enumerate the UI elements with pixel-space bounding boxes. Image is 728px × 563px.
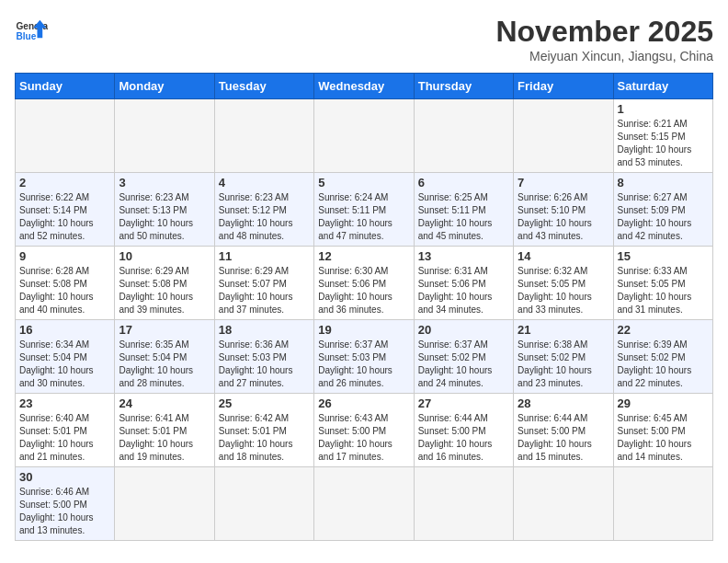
day-info: Sunrise: 6:29 AM Sunset: 5:07 PM Dayligh… [219, 265, 310, 316]
day-info: Sunrise: 6:31 AM Sunset: 5:06 PM Dayligh… [418, 265, 509, 316]
day-info: Sunrise: 6:37 AM Sunset: 5:02 PM Dayligh… [418, 339, 509, 390]
day-info: Sunrise: 6:45 AM Sunset: 5:00 PM Dayligh… [618, 412, 709, 464]
calendar-day-cell [514, 467, 613, 541]
calendar-day-cell: 23Sunrise: 6:40 AM Sunset: 5:01 PM Dayli… [16, 394, 115, 467]
calendar-day-cell: 26Sunrise: 6:43 AM Sunset: 5:00 PM Dayli… [314, 394, 414, 467]
day-info: Sunrise: 6:38 AM Sunset: 5:02 PM Dayligh… [518, 339, 609, 390]
day-info: Sunrise: 6:36 AM Sunset: 5:03 PM Dayligh… [219, 339, 310, 390]
calendar-day-cell: 5Sunrise: 6:24 AM Sunset: 5:11 PM Daylig… [314, 173, 414, 247]
calendar-week-row: 2Sunrise: 6:22 AM Sunset: 5:14 PM Daylig… [16, 173, 713, 247]
day-info: Sunrise: 6:44 AM Sunset: 5:00 PM Dayligh… [518, 412, 609, 464]
calendar-day-cell: 22Sunrise: 6:39 AM Sunset: 5:02 PM Dayli… [613, 320, 712, 394]
calendar-day-cell: 20Sunrise: 6:37 AM Sunset: 5:02 PM Dayli… [414, 320, 513, 394]
calendar-day-cell: 8Sunrise: 6:27 AM Sunset: 5:09 PM Daylig… [613, 173, 712, 247]
calendar-day-cell: 18Sunrise: 6:36 AM Sunset: 5:03 PM Dayli… [214, 320, 313, 394]
day-number: 6 [418, 176, 509, 190]
calendar-week-row: 30Sunrise: 6:46 AM Sunset: 5:00 PM Dayli… [16, 467, 713, 541]
location-subtitle: Meiyuan Xincun, Jiangsu, China [495, 49, 713, 63]
day-number: 5 [318, 176, 409, 190]
day-number: 23 [19, 396, 110, 410]
day-number: 4 [219, 176, 310, 190]
day-number: 17 [119, 323, 210, 337]
day-number: 11 [219, 249, 310, 263]
calendar-header-thursday: Thursday [414, 74, 513, 99]
calendar-day-cell: 3Sunrise: 6:23 AM Sunset: 5:13 PM Daylig… [115, 173, 214, 247]
day-number: 22 [618, 323, 709, 337]
calendar-day-cell: 13Sunrise: 6:31 AM Sunset: 5:06 PM Dayli… [414, 247, 513, 320]
calendar-day-cell: 16Sunrise: 6:34 AM Sunset: 5:04 PM Dayli… [16, 320, 115, 394]
calendar-day-cell: 28Sunrise: 6:44 AM Sunset: 5:00 PM Dayli… [514, 394, 613, 467]
day-number: 1 [618, 102, 709, 116]
day-number: 25 [219, 396, 310, 410]
calendar-day-cell: 27Sunrise: 6:44 AM Sunset: 5:00 PM Dayli… [414, 394, 513, 467]
calendar-day-cell: 19Sunrise: 6:37 AM Sunset: 5:03 PM Dayli… [314, 320, 414, 394]
logo: General Blue [15, 15, 48, 48]
day-number: 7 [518, 176, 609, 190]
calendar-day-cell: 29Sunrise: 6:45 AM Sunset: 5:00 PM Dayli… [613, 394, 712, 467]
calendar-day-cell: 4Sunrise: 6:23 AM Sunset: 5:12 PM Daylig… [214, 173, 313, 247]
day-info: Sunrise: 6:24 AM Sunset: 5:11 PM Dayligh… [318, 191, 409, 243]
calendar-day-cell [314, 99, 414, 173]
calendar-day-cell: 11Sunrise: 6:29 AM Sunset: 5:07 PM Dayli… [214, 247, 313, 320]
calendar-day-cell [514, 99, 613, 173]
calendar-day-cell: 7Sunrise: 6:26 AM Sunset: 5:10 PM Daylig… [514, 173, 613, 247]
day-info: Sunrise: 6:23 AM Sunset: 5:13 PM Dayligh… [119, 191, 210, 243]
calendar-table: SundayMondayTuesdayWednesdayThursdayFrid… [15, 73, 713, 541]
calendar-day-cell: 24Sunrise: 6:41 AM Sunset: 5:01 PM Dayli… [115, 394, 214, 467]
calendar-day-cell: 1Sunrise: 6:21 AM Sunset: 5:15 PM Daylig… [613, 99, 712, 173]
day-info: Sunrise: 6:22 AM Sunset: 5:14 PM Dayligh… [19, 191, 110, 243]
day-number: 3 [119, 176, 210, 190]
calendar-week-row: 23Sunrise: 6:40 AM Sunset: 5:01 PM Dayli… [16, 394, 713, 467]
calendar-day-cell: 15Sunrise: 6:33 AM Sunset: 5:05 PM Dayli… [613, 247, 712, 320]
calendar-header-sunday: Sunday [16, 74, 115, 99]
calendar-week-row: 9Sunrise: 6:28 AM Sunset: 5:08 PM Daylig… [16, 247, 713, 320]
calendar-day-cell [613, 467, 712, 541]
day-number: 13 [418, 249, 509, 263]
day-number: 16 [19, 323, 110, 337]
svg-text:Blue: Blue [16, 31, 36, 41]
day-number: 12 [318, 249, 409, 263]
calendar-day-cell: 25Sunrise: 6:42 AM Sunset: 5:01 PM Dayli… [214, 394, 313, 467]
day-info: Sunrise: 6:44 AM Sunset: 5:00 PM Dayligh… [418, 412, 509, 464]
day-info: Sunrise: 6:21 AM Sunset: 5:15 PM Dayligh… [618, 118, 709, 169]
calendar-header-row: SundayMondayTuesdayWednesdayThursdayFrid… [16, 74, 713, 99]
day-number: 26 [318, 396, 409, 410]
day-info: Sunrise: 6:42 AM Sunset: 5:01 PM Dayligh… [219, 412, 310, 464]
calendar-header-friday: Friday [514, 74, 613, 99]
calendar-day-cell: 2Sunrise: 6:22 AM Sunset: 5:14 PM Daylig… [16, 173, 115, 247]
day-number: 10 [119, 249, 210, 263]
calendar-day-cell: 10Sunrise: 6:29 AM Sunset: 5:08 PM Dayli… [115, 247, 214, 320]
day-number: 21 [518, 323, 609, 337]
day-info: Sunrise: 6:26 AM Sunset: 5:10 PM Dayligh… [518, 191, 609, 243]
day-info: Sunrise: 6:40 AM Sunset: 5:01 PM Dayligh… [19, 412, 110, 464]
day-number: 29 [618, 396, 709, 410]
calendar-day-cell [414, 99, 513, 173]
day-number: 18 [219, 323, 310, 337]
calendar-day-cell [414, 467, 513, 541]
day-info: Sunrise: 6:28 AM Sunset: 5:08 PM Dayligh… [19, 265, 110, 316]
calendar-day-cell [16, 99, 115, 173]
day-info: Sunrise: 6:41 AM Sunset: 5:01 PM Dayligh… [119, 412, 210, 464]
calendar-day-cell [214, 99, 313, 173]
calendar-day-cell: 30Sunrise: 6:46 AM Sunset: 5:00 PM Dayli… [16, 467, 115, 541]
day-number: 8 [618, 176, 709, 190]
page-header: General Blue November 2025 Meiyuan Xincu… [15, 15, 713, 63]
day-info: Sunrise: 6:37 AM Sunset: 5:03 PM Dayligh… [318, 339, 409, 390]
day-number: 9 [19, 249, 110, 263]
day-number: 30 [19, 470, 110, 484]
day-number: 14 [518, 249, 609, 263]
calendar-day-cell [214, 467, 313, 541]
day-number: 20 [418, 323, 509, 337]
calendar-day-cell: 21Sunrise: 6:38 AM Sunset: 5:02 PM Dayli… [514, 320, 613, 394]
day-info: Sunrise: 6:39 AM Sunset: 5:02 PM Dayligh… [618, 339, 709, 390]
calendar-header-saturday: Saturday [613, 74, 712, 99]
month-title: November 2025 [495, 15, 713, 49]
day-info: Sunrise: 6:35 AM Sunset: 5:04 PM Dayligh… [119, 339, 210, 390]
calendar-header-wednesday: Wednesday [314, 74, 414, 99]
calendar-day-cell: 12Sunrise: 6:30 AM Sunset: 5:06 PM Dayli… [314, 247, 414, 320]
calendar-day-cell: 14Sunrise: 6:32 AM Sunset: 5:05 PM Dayli… [514, 247, 613, 320]
day-number: 15 [618, 249, 709, 263]
title-block: November 2025 Meiyuan Xincun, Jiangsu, C… [495, 15, 713, 63]
day-info: Sunrise: 6:46 AM Sunset: 5:00 PM Dayligh… [19, 486, 110, 537]
day-info: Sunrise: 6:32 AM Sunset: 5:05 PM Dayligh… [518, 265, 609, 316]
